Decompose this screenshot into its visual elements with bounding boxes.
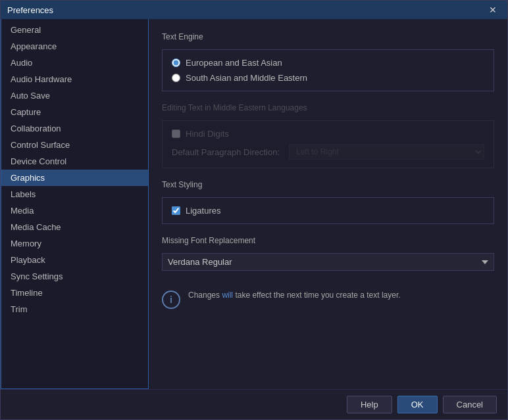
sidebar-item-memory[interactable]: Memory: [1, 235, 148, 252]
missing-font-section: Missing Font Replacement Verdana Regular: [162, 236, 494, 271]
sidebar-item-timeline[interactable]: Timeline: [1, 285, 148, 301]
ligatures-option[interactable]: Ligatures: [172, 206, 484, 216]
preferences-dialog: Preferences ✕ GeneralAppearanceAudioAudi…: [0, 0, 508, 420]
text-styling-section: Text Styling Ligatures: [162, 180, 494, 224]
cancel-button[interactable]: Cancel: [443, 396, 497, 413]
ligatures-label: Ligatures: [186, 206, 220, 216]
sidebar-item-auto-save[interactable]: Auto Save: [1, 87, 148, 104]
text-engine-section: Text Engine European and East Asian Sout…: [162, 32, 494, 91]
hindi-digits-option: Hindi Digits: [172, 129, 484, 139]
sidebar-item-labels[interactable]: Labels: [1, 186, 148, 202]
sidebar-item-audio[interactable]: Audio: [1, 55, 148, 71]
info-text-before: Changes: [188, 291, 222, 300]
info-text-highlight: will: [222, 291, 233, 300]
text-styling-box: Ligatures: [162, 197, 494, 224]
sidebar-item-audio-hardware[interactable]: Audio Hardware: [1, 71, 148, 87]
european-east-asian-option[interactable]: European and East Asian: [172, 58, 484, 68]
paragraph-direction-row: Default Paragraph Direction: Left to Rig…: [172, 144, 484, 160]
info-text: Changes will take effect the next time y…: [188, 289, 401, 301]
info-icon: i: [162, 291, 180, 309]
main-panel: Text Engine European and East Asian Sout…: [149, 19, 507, 389]
middle-eastern-section: Editing Text in Middle Eastern Languages…: [162, 103, 494, 168]
sidebar-item-media-cache[interactable]: Media Cache: [1, 219, 148, 235]
info-box: i Changes will take effect the next time…: [162, 283, 494, 309]
help-button[interactable]: Help: [347, 396, 392, 413]
south-asian-label: South Asian and Middle Eastern: [186, 73, 307, 83]
middle-eastern-box: Hindi Digits Default Paragraph Direction…: [162, 120, 494, 168]
european-east-asian-radio[interactable]: [172, 58, 180, 67]
text-engine-box: European and East Asian South Asian and …: [162, 49, 494, 91]
missing-font-select[interactable]: Verdana Regular: [162, 253, 494, 271]
sidebar-item-device-control[interactable]: Device Control: [1, 153, 148, 170]
text-styling-label: Text Styling: [162, 180, 494, 189]
south-asian-radio[interactable]: [172, 74, 180, 82]
dialog-title: Preferences: [7, 5, 53, 15]
sidebar-item-collaboration[interactable]: Collaboration: [1, 120, 148, 137]
ligatures-checkbox[interactable]: [172, 206, 180, 215]
sidebar-item-capture[interactable]: Capture: [1, 104, 148, 120]
hindi-digits-checkbox: [172, 129, 180, 138]
text-engine-label: Text Engine: [162, 32, 494, 41]
sidebar: GeneralAppearanceAudioAudio HardwareAuto…: [1, 19, 149, 389]
title-bar: Preferences ✕: [1, 1, 507, 19]
south-asian-option[interactable]: South Asian and Middle Eastern: [172, 73, 484, 83]
sidebar-item-sync-settings[interactable]: Sync Settings: [1, 268, 148, 285]
info-text-after: take effect the next time you create a t…: [233, 291, 401, 300]
paragraph-direction-select: Left to Right: [289, 144, 484, 160]
content-area: GeneralAppearanceAudioAudio HardwareAuto…: [1, 19, 507, 389]
european-east-asian-label: European and East Asian: [186, 58, 282, 68]
sidebar-item-media[interactable]: Media: [1, 202, 148, 219]
sidebar-item-graphics[interactable]: Graphics: [1, 170, 148, 186]
middle-eastern-label: Editing Text in Middle Eastern Languages: [162, 103, 494, 112]
sidebar-item-trim[interactable]: Trim: [1, 301, 148, 317]
footer: Help OK Cancel: [1, 389, 507, 419]
missing-font-dropdown-row: Verdana Regular: [162, 253, 494, 271]
sidebar-item-general[interactable]: General: [1, 22, 148, 38]
paragraph-direction-label: Default Paragraph Direction:: [172, 147, 284, 157]
missing-font-label: Missing Font Replacement: [162, 236, 494, 245]
ok-button[interactable]: OK: [397, 396, 438, 413]
sidebar-item-playback[interactable]: Playback: [1, 252, 148, 268]
close-button[interactable]: ✕: [485, 4, 501, 16]
sidebar-item-control-surface[interactable]: Control Surface: [1, 137, 148, 153]
sidebar-item-appearance[interactable]: Appearance: [1, 38, 148, 55]
hindi-digits-label: Hindi Digits: [186, 129, 229, 139]
